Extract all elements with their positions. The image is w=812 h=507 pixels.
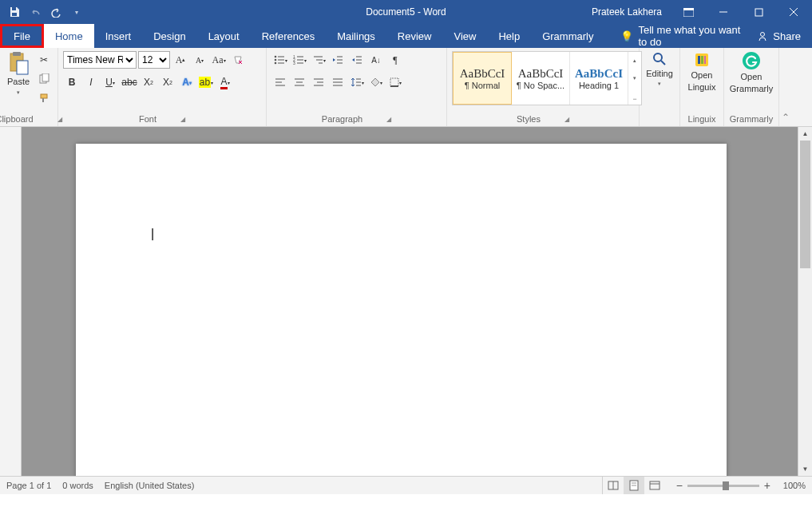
- zoom-level[interactable]: 100%: [775, 481, 806, 490]
- view-buttons: [602, 477, 665, 494]
- maximize-icon[interactable]: [742, 0, 775, 24]
- undo-icon[interactable]: [26, 2, 45, 22]
- sort-button[interactable]: A↓: [367, 51, 385, 69]
- status-words[interactable]: 0 words: [62, 481, 93, 490]
- line-spacing-button[interactable]: ▾: [348, 73, 366, 91]
- underline-button[interactable]: U▾: [101, 73, 119, 91]
- grow-font-button[interactable]: A▴: [172, 51, 189, 69]
- decrease-indent-button[interactable]: [329, 51, 347, 69]
- shading-button[interactable]: ▾: [367, 73, 385, 91]
- clear-formatting-button[interactable]: [229, 51, 247, 69]
- style-no-spacing[interactable]: AaBbCcI ¶ No Spac...: [512, 52, 570, 105]
- tab-references[interactable]: References: [251, 24, 326, 48]
- svg-line-52: [661, 61, 665, 65]
- align-right-button[interactable]: [310, 73, 327, 91]
- bullets-button[interactable]: ▾: [271, 51, 289, 69]
- paragraph-dialog-launcher[interactable]: ◢: [386, 116, 391, 123]
- copy-button[interactable]: [35, 70, 53, 88]
- vertical-ruler[interactable]: [0, 127, 22, 476]
- qat-more-icon[interactable]: ▾: [67, 2, 86, 22]
- svg-point-17: [274, 62, 276, 65]
- svg-rect-3: [683, 8, 694, 10]
- tab-home[interactable]: Home: [44, 24, 94, 48]
- status-page[interactable]: Page 1 of 1: [6, 481, 51, 490]
- tab-help[interactable]: Help: [487, 24, 531, 48]
- bold-button[interactable]: B: [63, 73, 81, 91]
- tab-mailings[interactable]: Mailings: [326, 24, 386, 48]
- quick-access-toolbar: ▾: [0, 2, 86, 22]
- styles-gallery[interactable]: AaBbCcI ¶ Normal AaBbCcI ¶ No Spac... Aa…: [452, 51, 642, 105]
- ribbon: Paste ▾ ✂ Clipboard◢ Times New Ro 12 A▴ …: [0, 48, 812, 127]
- tab-design[interactable]: Design: [142, 24, 196, 48]
- zoom-out-button[interactable]: −: [676, 479, 683, 492]
- style-heading1[interactable]: AaBbCcI Heading 1: [570, 52, 628, 105]
- tab-file[interactable]: File: [0, 24, 44, 48]
- minimize-icon[interactable]: [707, 0, 740, 24]
- cut-button[interactable]: ✂: [35, 51, 53, 69]
- superscript-button[interactable]: X2: [159, 73, 176, 91]
- ribbon-display-icon[interactable]: [671, 0, 705, 24]
- show-marks-button[interactable]: ¶: [386, 51, 404, 69]
- paragraph-caption: Paragraph: [322, 114, 362, 124]
- zoom-control: − + 100%: [676, 479, 806, 492]
- editing-button[interactable]: Editing ▾: [644, 51, 675, 88]
- tab-layout[interactable]: Layout: [197, 24, 251, 48]
- page[interactable]: |: [76, 144, 727, 476]
- tab-grammarly[interactable]: Grammarly: [531, 24, 604, 48]
- save-icon[interactable]: [5, 2, 24, 22]
- tab-review[interactable]: Review: [386, 24, 443, 48]
- format-painter-button[interactable]: [35, 89, 53, 107]
- italic-button[interactable]: I: [82, 73, 100, 91]
- align-center-button[interactable]: [291, 73, 308, 91]
- zoom-in-button[interactable]: +: [764, 479, 770, 492]
- numbering-button[interactable]: 123▾: [291, 51, 308, 69]
- change-case-button[interactable]: Aa▾: [210, 51, 228, 69]
- window-title: Document5 - Word: [366, 6, 446, 18]
- lightbulb-icon: 💡: [620, 30, 633, 42]
- paste-button[interactable]: Paste ▾: [5, 51, 32, 96]
- font-size-combo[interactable]: 12: [138, 51, 170, 69]
- borders-button[interactable]: ▾: [386, 73, 404, 91]
- zoom-slider[interactable]: [687, 485, 759, 487]
- font-dialog-launcher[interactable]: ◢: [180, 116, 185, 123]
- highlight-button[interactable]: ab▾: [197, 73, 215, 91]
- read-mode-icon[interactable]: [603, 477, 624, 494]
- scroll-thumb[interactable]: [800, 141, 810, 268]
- user-name[interactable]: Prateek Lakhera: [584, 6, 670, 18]
- print-layout-icon[interactable]: [624, 477, 644, 494]
- text-effects-button[interactable]: A▾: [178, 73, 196, 91]
- styles-dialog-launcher[interactable]: ◢: [564, 116, 569, 123]
- web-layout-icon[interactable]: [644, 477, 665, 494]
- shrink-font-button[interactable]: A▾: [191, 51, 208, 69]
- subscript-button[interactable]: X2: [140, 73, 157, 91]
- font-color-button[interactable]: A▾: [216, 73, 234, 91]
- tell-me-search[interactable]: 💡 Tell me what you want to do: [620, 24, 746, 48]
- status-language[interactable]: English (United States): [105, 481, 195, 490]
- close-icon[interactable]: [777, 0, 810, 24]
- justify-button[interactable]: [329, 73, 347, 91]
- collapse-ribbon-icon[interactable]: ⌃: [779, 48, 792, 126]
- svg-rect-56: [704, 56, 706, 64]
- tab-view[interactable]: View: [442, 24, 487, 48]
- open-linguix-button[interactable]: Open Linguix: [685, 51, 719, 93]
- scroll-down-icon[interactable]: ▼: [798, 462, 812, 476]
- tab-insert[interactable]: Insert: [94, 24, 143, 48]
- font-name-combo[interactable]: Times New Ro: [63, 51, 137, 69]
- redo-icon[interactable]: [46, 2, 65, 22]
- scroll-up-icon[interactable]: ▲: [798, 127, 812, 141]
- font-caption: Font: [139, 114, 156, 124]
- share-button[interactable]: Share: [746, 24, 812, 48]
- multilevel-list-button[interactable]: ▾: [310, 51, 327, 69]
- svg-rect-1: [12, 13, 17, 16]
- grammarly-icon: [742, 51, 761, 70]
- scroll-track[interactable]: [798, 141, 812, 462]
- align-left-button[interactable]: [271, 73, 289, 91]
- open-grammarly-button[interactable]: Open Grammarly: [729, 51, 774, 94]
- document-viewport[interactable]: |: [22, 127, 798, 476]
- vertical-scrollbar[interactable]: ▲ ▼: [798, 127, 812, 476]
- zoom-handle[interactable]: [723, 481, 729, 490]
- strikethrough-button[interactable]: abc: [121, 73, 138, 91]
- svg-point-6: [761, 33, 765, 37]
- style-normal[interactable]: AaBbCcI ¶ Normal: [453, 52, 512, 105]
- increase-indent-button[interactable]: [348, 51, 366, 69]
